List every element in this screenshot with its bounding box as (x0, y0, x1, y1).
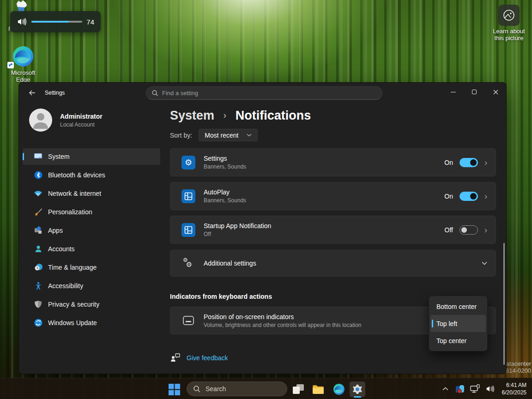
account-type: Local Account (60, 121, 103, 128)
settings-search-input[interactable]: Find a setting (146, 86, 382, 100)
edge-icon (333, 383, 345, 395)
accessibility-icon (34, 282, 42, 290)
close-button[interactable] (485, 83, 506, 101)
window-title: Settings (45, 90, 65, 96)
task-view-button[interactable] (291, 382, 305, 396)
sidebar-item-accessibility[interactable]: Accessibility (23, 278, 160, 294)
edge-taskbar-button[interactable] (332, 382, 346, 396)
update-icon (34, 319, 42, 327)
sidebar-nav: System Bluetooth & devices Network & int… (23, 148, 160, 333)
search-icon (152, 90, 158, 96)
tray-chevron-up[interactable] (439, 387, 452, 391)
chevron-right-icon: › (484, 226, 487, 234)
brush-icon (34, 208, 42, 217)
user-account-card[interactable]: Administrator Local Account (29, 109, 103, 132)
system-icon (34, 152, 42, 161)
chevron-right-icon: › (484, 158, 487, 167)
tray-time: 6:41 AM (502, 381, 526, 389)
startup-app-icon (181, 223, 195, 237)
windows-logo-icon (169, 384, 180, 395)
tray-network-icon[interactable] (468, 384, 483, 393)
option-top-center[interactable]: Top center (430, 332, 486, 349)
avatar (29, 109, 52, 132)
section-header: Indicators from keyboard actions (170, 293, 272, 300)
wifi-icon (34, 189, 42, 198)
chevron-down-icon (482, 261, 487, 265)
search-icon (193, 386, 200, 393)
startup-notifications-toggle[interactable] (459, 225, 478, 235)
learn-about-picture-shortcut[interactable]: Learn about this picture (488, 5, 530, 42)
sidebar-item-privacy-security[interactable]: Privacy & security (23, 296, 160, 313)
chevron-right-icon: › (484, 192, 487, 200)
edge-icon (12, 45, 34, 67)
settings-taskbar-button[interactable] (350, 381, 365, 397)
sidebar-item-time-language[interactable]: Time & language (23, 259, 160, 276)
sidebar-item-windows-update[interactable]: Windows Update (23, 314, 160, 331)
volume-osd: 74 (10, 11, 101, 32)
sidebar-item-system[interactable]: System (23, 148, 160, 165)
breadcrumb: System › Notifications (170, 109, 311, 123)
volume-value: 74 (86, 18, 94, 26)
edge-desktop-shortcut[interactable]: Microsoft Edge (6, 45, 41, 83)
shortcut-arrow-icon (7, 62, 14, 68)
option-bottom-center[interactable]: Bottom center (430, 298, 486, 315)
tray-alert-icon[interactable] (452, 383, 468, 394)
notification-row-settings[interactable]: ⚙ SettingsBanners, Sounds On › (170, 148, 496, 176)
apps-icon (34, 226, 42, 235)
settings-app-icon: ⚙ (181, 156, 195, 169)
picture-icon (498, 5, 520, 26)
additional-settings-expander[interactable]: ⚙⚙ Additional settings (170, 250, 496, 277)
user-name: Administrator (60, 113, 103, 120)
bluetooth-icon (34, 171, 42, 180)
autoplay-notifications-toggle[interactable] (459, 192, 478, 201)
toggle-state-label: On (444, 193, 453, 200)
folder-icon (312, 384, 324, 394)
feedback-icon (170, 353, 180, 362)
learn-about-picture-label: Learn about this picture (488, 28, 530, 42)
page-title: Notifications (236, 109, 311, 122)
tray-volume-icon[interactable] (483, 385, 497, 393)
accounts-icon (34, 245, 42, 254)
sort-dropdown[interactable]: Most recent (199, 129, 258, 141)
sidebar-item-bluetooth-devices[interactable]: Bluetooth & devices (23, 167, 160, 183)
sidebar-item-network-internet[interactable]: Network & internet (23, 185, 160, 202)
toggle-state-label: Off (445, 226, 453, 234)
tray-date: 6/20/2025 (502, 389, 526, 396)
option-top-left[interactable]: Top left (430, 315, 486, 332)
notification-row-autoplay[interactable]: AutoPlayBanners, Sounds On › (170, 182, 496, 210)
active-app-indicator (354, 396, 361, 398)
settings-notifications-toggle[interactable] (459, 158, 478, 167)
clock-globe-icon (34, 263, 42, 272)
breadcrumb-separator: › (224, 110, 227, 120)
edition-watermark: atacenter 0614-0200 (502, 360, 531, 374)
task-view-icon (293, 384, 304, 394)
autoplay-app-icon (181, 189, 195, 203)
sidebar-item-apps[interactable]: Apps (23, 222, 160, 239)
clock[interactable]: 6:41 AM 6/20/2025 (502, 381, 526, 396)
start-button[interactable] (167, 382, 181, 396)
gears-icon: ⚙⚙ (181, 259, 195, 267)
sidebar-item-accounts[interactable]: Accounts (23, 241, 160, 257)
notification-row-startup[interactable]: Startup App NotificationOff Off › (170, 216, 496, 244)
taskbar-search-placeholder: Search (206, 385, 226, 393)
osd-position-icon (181, 316, 195, 325)
file-explorer-button[interactable] (311, 382, 325, 396)
toggle-state-label: On (444, 159, 453, 166)
sidebar-item-personalization[interactable]: Personalization (23, 204, 160, 220)
edge-label: Microsoft Edge (6, 69, 41, 83)
scrollbar[interactable] (503, 243, 505, 365)
breadcrumb-system[interactable]: System (170, 109, 214, 122)
give-feedback-link[interactable]: Give feedback (170, 353, 228, 362)
gear-icon (352, 384, 363, 395)
volume-slider[interactable] (31, 21, 82, 23)
chevron-down-icon (247, 133, 252, 137)
taskbar-search-input[interactable]: Search (187, 381, 287, 396)
taskbar: Search 6:41 AM 6/20/2025 (0, 378, 532, 399)
search-placeholder: Find a setting (162, 90, 198, 97)
shield-icon (34, 300, 42, 309)
speaker-icon (17, 17, 27, 26)
position-dropdown-flyout: Bottom center Top left Top center (429, 296, 488, 351)
minimize-button[interactable] (442, 83, 464, 101)
back-button[interactable] (24, 86, 39, 99)
maximize-button[interactable] (464, 83, 485, 101)
